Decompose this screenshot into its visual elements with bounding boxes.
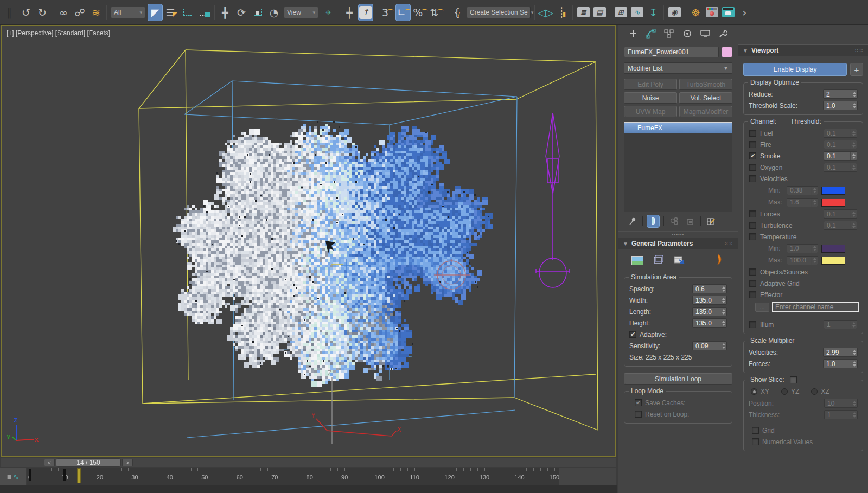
- spinner-field[interactable]: 1.0: [823, 359, 858, 368]
- tab-display[interactable]: [698, 27, 712, 41]
- checkbox[interactable]: [749, 210, 756, 217]
- spinner-arrows[interactable]: [851, 360, 857, 368]
- checkbox[interactable]: ✔: [629, 331, 636, 338]
- render-production-icon[interactable]: [720, 4, 736, 21]
- modifier-button-noise[interactable]: Noise: [624, 92, 677, 104]
- percent-snap-icon[interactable]: %(: [412, 4, 427, 21]
- configure-modifier-sets-icon[interactable]: [704, 215, 717, 228]
- selection-filter-dropdown[interactable]: All▾: [111, 7, 145, 18]
- select-by-name-icon[interactable]: ☰◤: [164, 4, 179, 21]
- render-setup-icon[interactable]: ☸: [688, 4, 703, 21]
- show-end-result-icon[interactable]: [647, 215, 660, 228]
- spinner-field[interactable]: 2.99: [823, 348, 858, 357]
- checkbox[interactable]: [749, 164, 756, 171]
- channel-name-input[interactable]: Enter channel name: [772, 302, 859, 312]
- tab-create[interactable]: [626, 27, 640, 41]
- checkbox[interactable]: ✔: [749, 152, 756, 159]
- object-name-field[interactable]: FumeFX_Powder001: [624, 47, 719, 57]
- unlink-selection-icon[interactable]: ☍: [72, 4, 87, 21]
- stack-item-fumefx[interactable]: FumeFX: [624, 123, 732, 133]
- select-and-place-icon[interactable]: ◔: [266, 4, 282, 21]
- select-and-link-icon[interactable]: ∞: [56, 4, 71, 21]
- environment-dial-icon[interactable]: ◉: [667, 4, 682, 21]
- fumefx-flame-icon[interactable]: [714, 254, 723, 267]
- viewport-label[interactable]: [+] [Perspective] [Standard] [Facets]: [7, 29, 110, 37]
- more-chevron-icon[interactable]: ›: [737, 4, 752, 21]
- angle-snap-icon[interactable]: ∟(: [395, 4, 411, 21]
- spinner-field[interactable]: 1.0: [823, 101, 858, 110]
- add-display-button[interactable]: +: [850, 63, 863, 76]
- spinner-field[interactable]: 0.1: [824, 151, 857, 161]
- viewport-rollout[interactable]: ▼ Viewport ⁙⁙: [738, 44, 868, 56]
- current-frame-marker[interactable]: [77, 468, 81, 483]
- select-and-move-icon[interactable]: ╋: [218, 4, 233, 21]
- ref-coord-dropdown[interactable]: View▾: [284, 7, 318, 18]
- export-icon[interactable]: [673, 254, 685, 267]
- time-slider[interactable]: < 14 / 150 >: [1, 458, 616, 467]
- mirror-icon[interactable]: ◁▷: [538, 4, 553, 21]
- spinner-field[interactable]: 0.09: [692, 341, 727, 350]
- undo-icon[interactable]: ↺: [18, 4, 34, 21]
- align-icon[interactable]: ┊▮: [554, 4, 570, 21]
- select-and-manipulate-icon[interactable]: ┿: [342, 4, 357, 21]
- spinner-field[interactable]: 0.6: [692, 284, 727, 293]
- spinner-arrows[interactable]: [851, 348, 857, 356]
- use-pivot-center-icon[interactable]: ⌖: [321, 4, 336, 21]
- viewport[interactable]: Z Y X Z X Y [+] [Perspective] [Standard]…: [1, 25, 616, 457]
- kbd-override-icon[interactable]: ↑: [358, 4, 373, 21]
- checkbox[interactable]: [749, 321, 756, 328]
- space-warp-helper[interactable]: [536, 113, 570, 287]
- spinner-arrows[interactable]: [720, 296, 726, 304]
- spinner-arrows[interactable]: [850, 152, 857, 160]
- time-slider-handle[interactable]: 14 / 150: [56, 458, 121, 467]
- spinner-arrows[interactable]: [720, 342, 726, 350]
- select-and-rotate-icon[interactable]: ⟳: [234, 4, 249, 21]
- general-parameters-rollout[interactable]: ▼ General Parameters ⁙⁙: [618, 238, 738, 249]
- select-and-scale-icon[interactable]: [250, 4, 265, 21]
- modifier-list-dropdown[interactable]: Modifier List ▼: [624, 62, 732, 74]
- spinner-arrows[interactable]: [720, 308, 726, 316]
- spinner-field[interactable]: 135.0: [692, 296, 727, 305]
- simulation-loop-button[interactable]: Simulation Loop: [624, 373, 732, 385]
- panel-splitter-handle[interactable]: ••••••: [618, 231, 738, 238]
- tab-utilities[interactable]: [716, 27, 730, 41]
- rect-selection-region-icon[interactable]: [180, 4, 195, 21]
- track-bar[interactable]: 0102030405060708090100110120130140150: [27, 468, 616, 485]
- schematic-view-icon[interactable]: ⊞: [613, 4, 628, 21]
- modifier-stack[interactable]: FumeFX: [624, 122, 732, 212]
- preview-image-icon[interactable]: [631, 256, 643, 265]
- checkbox[interactable]: [749, 268, 756, 276]
- spinner-arrows[interactable]: [851, 90, 857, 98]
- layer-explorer-icon[interactable]: ▤: [592, 4, 607, 21]
- checkbox[interactable]: [749, 291, 756, 298]
- modifier-button-vol-select[interactable]: Vol. Select: [679, 92, 732, 104]
- rendered-frame-icon[interactable]: [704, 4, 719, 21]
- named-selection-sets-icon[interactable]: {∕: [449, 4, 464, 21]
- render-download-icon[interactable]: ↧: [646, 4, 661, 21]
- checkbox[interactable]: [749, 175, 756, 182]
- spinner-field[interactable]: 135.0: [692, 307, 727, 316]
- grid-box-icon[interactable]: [652, 254, 664, 267]
- enable-display-button[interactable]: Enable Display: [743, 63, 847, 76]
- select-object-icon[interactable]: ◤: [148, 4, 163, 21]
- tab-hierarchy[interactable]: [662, 27, 676, 41]
- next-frame-button[interactable]: >: [122, 459, 133, 466]
- tab-modify[interactable]: [644, 27, 658, 41]
- window-crossing-icon[interactable]: [196, 4, 212, 21]
- pin-stack-icon[interactable]: [626, 215, 639, 228]
- curve-editor-icon[interactable]: ∿: [629, 4, 644, 21]
- spinner-arrows[interactable]: [720, 319, 726, 327]
- source-gizmo[interactable]: [434, 259, 470, 289]
- checkbox[interactable]: [749, 222, 756, 229]
- color-swatch[interactable]: [821, 199, 845, 207]
- color-swatch[interactable]: [821, 245, 845, 253]
- checkbox[interactable]: [749, 233, 756, 240]
- create-selection-set-dropdown[interactable]: Create Selection Se▾: [467, 7, 531, 18]
- redo-icon[interactable]: ↻: [35, 4, 50, 21]
- spinner-field[interactable]: 135.0: [692, 318, 727, 328]
- object-color-swatch[interactable]: [722, 47, 732, 57]
- snap-toggle-3d-icon[interactable]: 3(: [379, 4, 394, 21]
- checkbox[interactable]: [749, 130, 756, 137]
- scene-explorer-icon[interactable]: ≣: [576, 4, 591, 21]
- spinner-arrows[interactable]: [851, 101, 857, 110]
